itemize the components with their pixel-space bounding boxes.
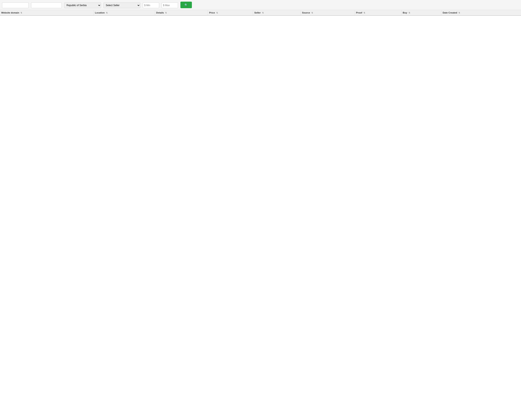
col-details[interactable]: Details ⇅ — [155, 10, 208, 15]
col-location[interactable]: Location ⇅ — [94, 10, 155, 15]
seller-filter-group: Select Seller — [103, 2, 140, 8]
filter-bar: Republic of Serbia Select Seller 🔍 — [0, 0, 521, 10]
col-date-created[interactable]: Date Created ⇅ — [441, 10, 521, 15]
price-max-filter-group — [161, 2, 178, 8]
col-price[interactable]: Price ⇅ — [208, 10, 253, 15]
col-seller[interactable]: Seller ⇅ — [253, 10, 301, 15]
details-filter-group — [2, 2, 29, 8]
country-filter-group: Republic of Serbia — [64, 2, 101, 8]
website-domain-input[interactable] — [31, 2, 62, 8]
website-domain-filter-group — [31, 2, 62, 8]
col-website-domain[interactable]: Website domain ⇅ — [0, 10, 94, 15]
country-select[interactable]: Republic of Serbia — [64, 2, 101, 8]
results-table: Website domain ⇅ Location ⇅ Details ⇅ Pr… — [0, 10, 521, 16]
price-min-filter-group — [143, 2, 159, 8]
filter-button[interactable]: 🔍 — [180, 2, 192, 8]
col-source[interactable]: Source ⇅ — [301, 10, 355, 15]
table-header-row: Website domain ⇅ Location ⇅ Details ⇅ Pr… — [0, 10, 521, 15]
seller-select[interactable]: Select Seller — [103, 2, 140, 8]
price-min-input[interactable] — [143, 2, 159, 8]
price-max-input[interactable] — [161, 2, 178, 8]
col-buy[interactable]: Buy ⇅ — [401, 10, 441, 15]
details-input[interactable] — [2, 2, 29, 8]
col-proof[interactable]: Proof ⇅ — [355, 10, 401, 15]
